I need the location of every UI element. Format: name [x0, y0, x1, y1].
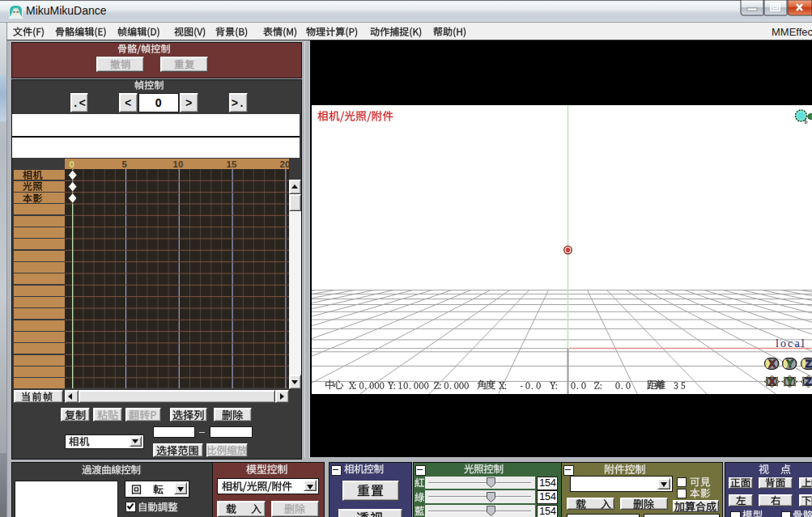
svg-text:Y: Y — [786, 375, 793, 388]
svg-text:Z: Z — [806, 358, 812, 370]
svg-text:X: X — [768, 358, 776, 370]
svg-text:X: X — [768, 375, 776, 388]
svg-text:Z: Z — [806, 375, 812, 388]
svg-text:Y: Y — [786, 358, 793, 370]
